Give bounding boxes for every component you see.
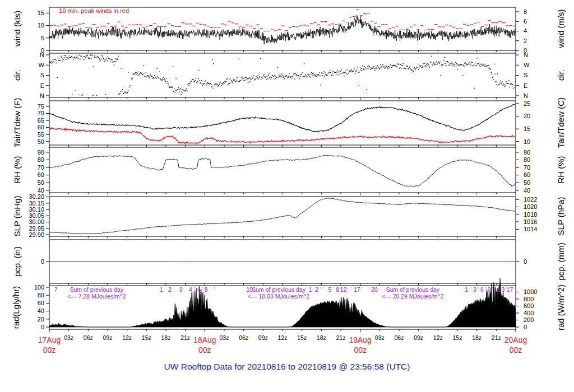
wind-dir-dot xyxy=(260,76,261,77)
wind-dir-dot xyxy=(253,78,254,79)
wind-dir-dot xyxy=(186,88,187,89)
wind-dir-dot xyxy=(293,77,294,78)
wind-dir-dot xyxy=(446,62,447,63)
uw-rooftop-weather-figure: 05101502468NWSENNWSEN5055606570751015202… xyxy=(0,0,574,392)
wind-dir-dot xyxy=(413,71,414,72)
wind-dir-dot xyxy=(445,66,446,67)
hour-label: 03z xyxy=(375,334,385,341)
wind-dir-dot xyxy=(81,56,82,57)
wind-dir-dot xyxy=(376,68,377,69)
wind-dir-dot xyxy=(453,64,455,65)
wind-dir-dot xyxy=(420,65,422,66)
wind-dir-dot xyxy=(225,81,226,82)
wind-dir-dot xyxy=(194,81,195,82)
wind-dir-dot xyxy=(395,66,396,67)
wind-dir-dot xyxy=(482,64,483,65)
slp-left-tick-label: 29.95 xyxy=(29,225,44,232)
wind-dir-dot xyxy=(430,62,431,63)
wind-dir-dot xyxy=(127,94,128,95)
wind-dir-dot xyxy=(178,89,179,90)
wind-dir-dot xyxy=(391,67,392,68)
wind-dir-dot xyxy=(469,62,470,63)
temp-panel-box xyxy=(49,101,516,145)
wind-dir-dot xyxy=(339,72,340,73)
wind-dir-dot xyxy=(351,69,352,71)
rh-right-tick-label: 70 xyxy=(524,164,530,171)
wind-dir-dot xyxy=(72,94,72,95)
wind-dir-dot xyxy=(267,76,268,77)
rh-left-tick-label: 50 xyxy=(38,179,44,186)
wind-dir-dot xyxy=(147,75,149,76)
wind-dir-dot xyxy=(137,73,138,74)
rad-mj-tickmark: ' xyxy=(323,286,324,292)
wind-dir-dot xyxy=(393,64,394,66)
wind-dir-dot xyxy=(385,67,386,68)
wind-dir-dot xyxy=(506,81,507,82)
wind-dir-dot xyxy=(189,85,190,86)
wind-dir-dot xyxy=(118,56,119,57)
wind-dir-dot xyxy=(130,86,131,87)
wind-dir-dot xyxy=(186,90,187,91)
wind-dir-dot xyxy=(362,66,363,67)
wind-dir-dot xyxy=(323,71,325,72)
wind-dir-dot xyxy=(341,69,342,71)
wind-dir-dot xyxy=(328,72,330,73)
rad-mj-mark: 17 xyxy=(354,286,360,293)
wind-dir-dot xyxy=(470,63,471,64)
wind-dir-dot xyxy=(77,55,78,57)
wind-dir-dot xyxy=(327,75,328,76)
wind-dir-dot xyxy=(237,77,238,78)
rad-mj-mark: 20 xyxy=(371,286,378,293)
wind-dir-dot xyxy=(322,72,323,73)
wind-dir-dot xyxy=(408,69,409,70)
wind-dir-dot xyxy=(249,81,251,82)
wind-dir-dot xyxy=(159,78,160,79)
wind-dir-dot xyxy=(320,76,321,77)
wind-dir-dot xyxy=(423,66,424,67)
wind-dir-dot xyxy=(121,91,122,92)
wind-dir-dot xyxy=(131,78,132,79)
wind-dir-dot xyxy=(359,85,360,86)
wind-dir-dot xyxy=(504,86,506,87)
wind-dir-dot xyxy=(513,86,515,87)
wind-dir-dot xyxy=(275,76,276,77)
wind-dir-dot xyxy=(479,63,480,64)
wind-dir-dot xyxy=(152,76,153,77)
wind-dir-dot xyxy=(489,68,490,69)
wind-dir-dot xyxy=(179,89,180,90)
wind-dir-dot xyxy=(313,73,314,74)
wind-dir-dot xyxy=(153,77,154,78)
wind-dir-dot xyxy=(53,59,54,60)
wind-dir-dot xyxy=(217,83,218,85)
wind-dir-dot xyxy=(284,78,285,80)
wind-dir-dot xyxy=(490,69,491,70)
rh-right-tick-label: 60 xyxy=(524,171,530,178)
wind-right-tick-label: 4 xyxy=(524,27,527,34)
wind-dir-dot xyxy=(247,79,248,80)
wind-dir-dot xyxy=(175,90,176,91)
wind-dir-dot xyxy=(170,86,171,87)
wind-dir-dot xyxy=(116,59,117,60)
wind-dir-dot xyxy=(316,74,317,76)
wind-dir-dot xyxy=(146,72,147,73)
wind-dir-dot xyxy=(470,64,471,66)
wind-speed-trace xyxy=(49,15,516,44)
wind-dir-dot xyxy=(356,71,357,72)
wind-dir-dot xyxy=(94,57,95,58)
wind-dir-dot xyxy=(307,76,308,77)
wind-dir-dot xyxy=(318,74,320,76)
hour-label: 15z xyxy=(297,334,307,341)
wind-dir-dot xyxy=(508,80,510,81)
hour-label: 03z xyxy=(64,334,73,341)
wind-dir-dot xyxy=(350,71,351,72)
wind-dir-dot xyxy=(480,64,481,65)
wind-dir-dot xyxy=(512,84,513,85)
hour-label: 09z xyxy=(103,334,113,341)
rad-sum-label: Sum of previous day xyxy=(70,286,123,293)
wind-dir-dot xyxy=(268,75,269,76)
wind-dir-dot xyxy=(104,59,105,60)
wind-dir-dot xyxy=(199,80,200,81)
wind-dir-dot xyxy=(476,65,477,66)
wind-dir-dot xyxy=(169,87,170,88)
rad-mj-tickmark: ' xyxy=(202,286,203,292)
